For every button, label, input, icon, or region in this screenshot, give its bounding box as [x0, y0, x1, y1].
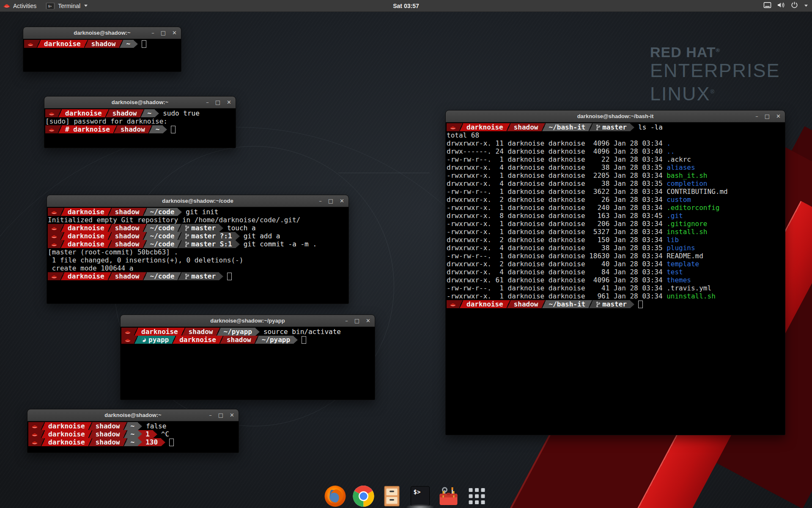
power-icon[interactable] — [791, 1, 798, 10]
close-button[interactable]: ✕ — [776, 113, 781, 119]
prompt-segment: shadow — [88, 40, 119, 48]
close-button[interactable]: ✕ — [340, 198, 344, 204]
minimize-button[interactable]: – — [345, 318, 348, 323]
terminal-cursor — [227, 273, 232, 280]
titlebar[interactable]: darknoise@shadow:~ – □ ✕ — [44, 97, 236, 108]
close-button[interactable]: ✕ — [230, 412, 234, 418]
prompt-segment — [48, 208, 60, 216]
titlebar[interactable]: darknoise@shadow:~ – □ ✕ — [27, 409, 239, 421]
terminal-content[interactable]: darknoiseshadow~ — [23, 39, 181, 72]
segment-label: ~/code — [150, 240, 175, 248]
maximize-button[interactable]: □ — [218, 412, 223, 418]
system-menu-chevron-icon[interactable] — [804, 5, 808, 7]
minimize-button[interactable]: – — [319, 198, 322, 204]
terminal-content[interactable]: darknoiseshadow~/pyappsource bin/activat… — [121, 327, 375, 400]
prompt-segment: ~/pyapp — [220, 328, 255, 336]
minimize-button[interactable]: – — [206, 99, 209, 105]
close-button[interactable]: ✕ — [172, 30, 177, 36]
segment-label: darknoise — [48, 422, 85, 430]
prompt-segment — [48, 224, 60, 232]
branch-icon — [596, 124, 600, 130]
dock: $> — [324, 485, 488, 507]
file-name: test — [667, 268, 683, 276]
prompt-segment: ~ — [127, 430, 138, 438]
app-menu-terminal[interactable]: $> Terminal — [41, 0, 92, 11]
maximize-button[interactable]: □ — [354, 318, 359, 323]
titlebar[interactable]: darknoise@shadow:~/code – □ ✕ — [47, 195, 348, 207]
hat-icon — [450, 125, 456, 130]
app-grid-dock-icon[interactable] — [466, 485, 488, 507]
close-button[interactable]: ✕ — [227, 99, 231, 105]
terminal-content[interactable]: darknoiseshadow~falsedarknoiseshadow~1^C… — [27, 421, 239, 453]
terminal-window-exitcodes[interactable]: darknoise@shadow:~ – □ ✕ darknoiseshadow… — [27, 409, 239, 453]
titlebar[interactable]: darknoise@shadow:~/bash-it – □ ✕ — [446, 110, 785, 122]
prompt-separator-icon — [108, 208, 112, 216]
prompt-end-arrow-icon — [153, 431, 157, 438]
file-name: custom — [667, 196, 691, 204]
files-dock-icon[interactable] — [381, 485, 403, 507]
maximize-button[interactable]: □ — [161, 30, 166, 36]
terminal-cursor — [638, 301, 643, 308]
chrome-dock-icon[interactable] — [353, 485, 375, 507]
output-text: -rwxrwxr-x. 1 darknoise darknoise 206 Ja… — [447, 220, 667, 228]
terminal-content[interactable]: darknoiseshadow~/codegit initInitialized… — [47, 207, 348, 304]
file-name: README.md — [667, 252, 703, 260]
prompt-separator-icon — [140, 109, 144, 117]
command-text: git commit -a -m . — [244, 240, 317, 248]
minimize-button[interactable]: – — [151, 30, 154, 36]
terminal-dock-icon[interactable]: $> — [409, 485, 431, 507]
prompt-segment: shadow — [112, 232, 143, 240]
output-text: drwxrwxr-x. 4 darknoise darknoise 38 Jan… — [447, 244, 667, 252]
terminal-window-bashit[interactable]: darknoise@shadow:~/bash-it – □ ✕ darknoi… — [445, 110, 785, 435]
prompt-segment: 130 — [142, 438, 161, 446]
clock[interactable]: Sat 03:57 — [0, 3, 812, 9]
terminal-window-home-1[interactable]: darknoise@shadow:~ – □ ✕ darknoiseshadow… — [23, 27, 181, 72]
minimize-button[interactable]: – — [209, 412, 212, 418]
output-text: drwxrwxr-x. 11 darknoise darknoise 4096 … — [447, 139, 667, 147]
titlebar[interactable]: darknoise@shadow:~/pyapp – □ ✕ — [121, 315, 375, 327]
segment-label: shadow — [121, 125, 145, 133]
maximize-button[interactable]: □ — [765, 113, 770, 119]
command-text: false — [146, 422, 166, 430]
titlebar[interactable]: darknoise@shadow:~ – □ ✕ — [23, 27, 181, 39]
terminal-window-sudo[interactable]: darknoise@shadow:~ – □ ✕ darknoiseshadow… — [44, 96, 236, 148]
terminal-line: -rwxrwxr-x. 1 darknoise darknoise 5327 J… — [447, 228, 785, 236]
terminal-window-pyapp[interactable]: darknoise@shadow:~/pyapp – □ ✕ darknoise… — [120, 315, 375, 400]
display-icon[interactable] — [763, 2, 771, 10]
terminal-line: drwxrwxr-x. 4 darknoise darknoise 38 Jan… — [447, 244, 785, 252]
prompt-separator-icon — [143, 208, 147, 216]
command-text: git init — [186, 208, 218, 216]
segment-label: ~/bash-it — [549, 123, 586, 131]
maximize-button[interactable]: □ — [328, 198, 333, 204]
segment-label: master ?:1 — [191, 232, 232, 240]
volume-icon[interactable] — [777, 2, 785, 10]
terminal-line: darknoiseshadow~ — [24, 40, 181, 48]
terminal-content[interactable]: darknoiseshadow~/bash-itmasterls -latota… — [446, 122, 785, 435]
segment-label: ~/code — [150, 208, 175, 216]
prompt-segment: shadow — [112, 208, 143, 216]
output-text: -rwxrwxr-x. 1 darknoise darknoise 961 Ja… — [447, 292, 667, 300]
prompt-separator-icon — [58, 109, 62, 117]
firefox-dock-icon[interactable] — [324, 485, 346, 507]
maximize-button[interactable]: □ — [215, 99, 220, 105]
terminal-window-code[interactable]: darknoise@shadow:~/code – □ ✕ darknoises… — [47, 195, 349, 304]
close-button[interactable]: ✕ — [366, 318, 370, 323]
segment-label: shadow — [91, 40, 116, 48]
prompt-separator-icon — [60, 208, 64, 216]
activities-button[interactable]: Activities — [0, 0, 41, 11]
prompt-separator-icon — [172, 336, 176, 344]
prompt-segment: darknoise — [62, 109, 105, 117]
prompt-segment: shadow — [223, 336, 255, 344]
prompt-segment: ~/code — [147, 240, 178, 248]
prompt-segment: shadow — [510, 300, 542, 308]
toolbox-dock-icon[interactable] — [438, 485, 460, 507]
window-title: darknoise@shadow:~ — [27, 412, 239, 418]
window-title: darknoise@shadow:~/bash-it — [446, 113, 785, 119]
prompt-end-arrow-icon — [294, 336, 298, 344]
minimize-button[interactable]: – — [755, 113, 758, 119]
output-text: drwxrwxr-x. 2 darknoise darknoise 150 Ja… — [447, 236, 667, 244]
segment-label: darknoise — [48, 430, 85, 438]
hat-icon — [51, 234, 57, 238]
output-text: -rw-rw-r--. 1 darknoise darknoise 22 Jan… — [447, 155, 667, 163]
terminal-content[interactable]: darknoiseshadow~sudo true[sudo] password… — [44, 108, 236, 148]
